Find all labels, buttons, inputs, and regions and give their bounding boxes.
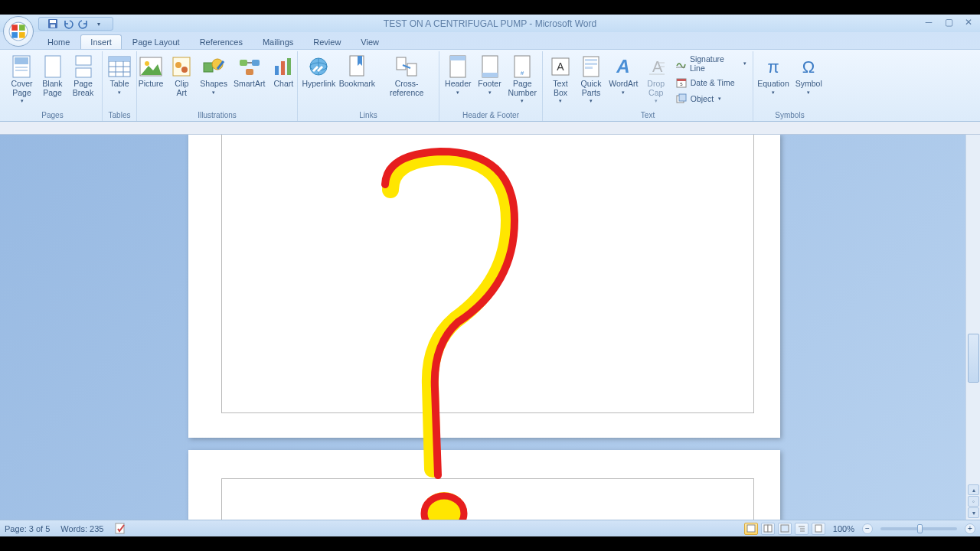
object-button[interactable]: Object▾ [672, 91, 750, 106]
cover-page-icon [10, 54, 34, 79]
tab-view[interactable]: View [351, 35, 388, 49]
tab-page-layout[interactable]: Page Layout [123, 35, 189, 49]
redo-button[interactable] [77, 18, 90, 30]
proofing-icon [115, 523, 126, 534]
symbol-button[interactable]: Ω Symbol▾ [793, 53, 825, 97]
view-full-screen[interactable] [761, 523, 775, 535]
svg-rect-60 [677, 79, 686, 81]
signature-icon [675, 57, 687, 70]
svg-rect-27 [204, 63, 213, 72]
svg-rect-4 [19, 32, 25, 38]
footer-button[interactable]: Footer▾ [475, 53, 505, 97]
zoom-in-button[interactable]: + [965, 523, 975, 534]
undo-button[interactable] [62, 18, 74, 30]
wordart-button[interactable]: A WordArt▾ [607, 53, 640, 97]
ribbon-tabs: Home Insert Page Layout References Maili… [0, 32, 980, 49]
svg-rect-76 [815, 525, 822, 532]
hyperlink-button[interactable]: Hyperlink [301, 53, 337, 90]
svg-rect-70 [764, 525, 768, 532]
tab-references[interactable]: References [191, 35, 252, 49]
qat-customize[interactable]: ▾ [93, 18, 105, 30]
symbol-icon: Ω [796, 54, 821, 79]
svg-rect-6 [50, 20, 56, 23]
save-button[interactable] [47, 18, 59, 30]
svg-text:π: π [767, 57, 779, 77]
scrollbar-thumb[interactable] [968, 334, 979, 383]
view-print-layout[interactable] [744, 523, 758, 535]
svg-rect-14 [76, 68, 91, 77]
view-web-layout[interactable] [778, 523, 792, 535]
blank-page-button[interactable]: BlankPage [38, 53, 67, 99]
svg-rect-71 [768, 525, 772, 532]
svg-text:A: A [616, 56, 630, 77]
svg-point-25 [175, 62, 181, 68]
ribbon: CoverPage▾ BlankPage PageBreak Pages Tab… [0, 49, 980, 122]
tab-review[interactable]: Review [304, 35, 350, 49]
tab-home[interactable]: Home [38, 35, 79, 49]
picture-button[interactable]: Picture [136, 53, 166, 90]
svg-rect-32 [275, 66, 279, 75]
signature-line-button[interactable]: Signature Line▾ [672, 53, 750, 74]
shapes-button[interactable]: Shapes▾ [198, 53, 230, 97]
svg-rect-3 [11, 32, 18, 38]
office-button[interactable] [3, 16, 34, 47]
cover-page-button[interactable]: CoverPage▾ [8, 53, 37, 106]
zoom-level[interactable]: 100% [833, 524, 854, 533]
table-icon [107, 54, 132, 79]
window-title: TEST ON A CENTRIFUGAL PUMP - Microsoft W… [384, 18, 596, 29]
status-words[interactable]: Words: 235 [60, 524, 103, 533]
group-label-tables: Tables [103, 110, 136, 120]
close-button[interactable]: ✕ [962, 17, 975, 28]
status-page[interactable]: Page: 3 of 5 [5, 524, 50, 533]
picture-icon [139, 54, 163, 79]
drop-cap-icon: A [644, 54, 668, 79]
zoom-slider[interactable] [880, 527, 957, 530]
previous-page-button[interactable]: ▴ [968, 484, 979, 495]
svg-rect-34 [287, 58, 291, 75]
horizontal-ruler[interactable] [0, 122, 980, 135]
svg-rect-51 [585, 63, 597, 65]
svg-point-26 [181, 67, 188, 73]
cross-reference-icon [394, 54, 419, 79]
drop-cap-button[interactable]: A DropCap▾ [642, 53, 671, 106]
wordart-icon: A [611, 54, 635, 79]
date-time-button[interactable]: 5 Date & Time [672, 75, 750, 90]
svg-rect-10 [15, 67, 28, 68]
smartart-button[interactable]: SmartArt [231, 53, 267, 90]
office-logo-icon [8, 21, 28, 41]
svg-rect-50 [585, 59, 597, 61]
date-time-icon: 5 [675, 77, 688, 89]
vertical-scrollbar[interactable]: ▴ ◦ ▾ [965, 135, 980, 520]
quick-access-toolbar: ▾ [38, 17, 113, 31]
view-outline[interactable] [795, 523, 808, 535]
page-number-icon: # [510, 54, 534, 79]
document-page-1[interactable] [188, 135, 780, 438]
svg-rect-30 [252, 60, 260, 66]
document-page-2[interactable]: How to delete a page in Word [188, 450, 780, 520]
tab-mailings[interactable]: Mailings [253, 35, 302, 49]
page-break-button[interactable]: PageBreak [69, 53, 98, 99]
text-box-button[interactable]: A TextBox▾ [546, 53, 575, 106]
zoom-out-button[interactable]: − [862, 523, 873, 534]
minimize-button[interactable]: ─ [922, 17, 936, 28]
equation-button[interactable]: π Equation▾ [755, 53, 791, 97]
svg-rect-13 [76, 56, 91, 65]
group-label-illustrations: Illustrations [137, 110, 297, 120]
svg-rect-63 [679, 94, 686, 101]
zoom-slider-thumb[interactable] [917, 524, 923, 533]
header-button[interactable]: Header▾ [443, 53, 473, 97]
browse-object-button[interactable]: ◦ [968, 496, 979, 507]
bookmark-button[interactable]: Bookmark [338, 53, 377, 90]
next-page-button[interactable]: ▾ [968, 507, 979, 518]
tab-insert[interactable]: Insert [80, 34, 122, 49]
table-button[interactable]: Table▾ [105, 53, 134, 97]
chart-button[interactable]: Chart [269, 53, 298, 90]
page-number-button[interactable]: # PageNumber▾ [506, 53, 539, 106]
shapes-icon [201, 54, 226, 79]
maximize-button[interactable]: ▢ [942, 17, 956, 28]
view-draft[interactable] [812, 523, 825, 535]
quick-parts-button[interactable]: QuickParts▾ [577, 53, 606, 106]
clipart-button[interactable]: ClipArt [167, 53, 196, 99]
proofing-button[interactable] [114, 523, 126, 535]
cross-reference-button[interactable]: Cross-reference [377, 53, 436, 99]
